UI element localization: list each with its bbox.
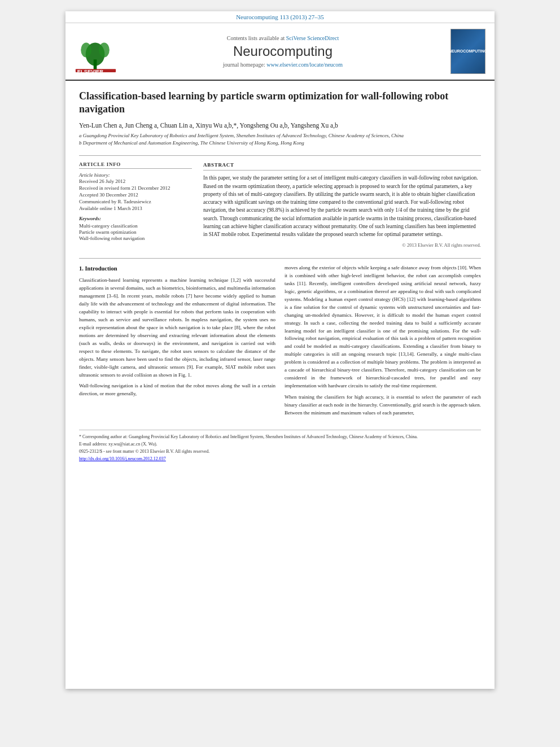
authors-line: Yen-Lun Chen a, Jun Cheng a, Chuan Lin a… <box>79 122 481 129</box>
intro-p1: Classification-based learning represents… <box>79 277 275 379</box>
available-online: Available online 1 March 2013 <box>79 206 192 211</box>
svg-point-2 <box>81 42 91 57</box>
affiliation-a: a Guangdong Provincial Key Laboratory of… <box>79 132 481 140</box>
keywords-label: Keywords: <box>79 216 192 221</box>
keyword-1: Multi-category classification <box>79 223 192 229</box>
svg-text:ELSEVIER: ELSEVIER <box>77 69 104 73</box>
history-label: Article history: <box>79 172 192 178</box>
article-info-col: Article Info Article history: Received 2… <box>79 161 192 249</box>
journal-thumbnail: NEUROCOMPUTING <box>446 29 485 74</box>
intro-p2: Wall-following navigation is a kind of m… <box>79 382 275 398</box>
footnote-doi[interactable]: http://dx.doi.org/10.1016/j.neucom.2012.… <box>79 456 481 462</box>
info-abstract-cols: Article Info Article history: Received 2… <box>79 161 481 249</box>
affiliation-b: b Department of Mechanical and Automatio… <box>79 139 481 147</box>
footnote-email: E-mail address: xy.wu@siat.ac.cn (X. Wu)… <box>79 441 481 447</box>
body-col-left: 1. Introduction Classification-based lea… <box>79 264 275 421</box>
page: Neurocomputing 113 (2013) 27–35 ELSEVIER… <box>65 11 495 689</box>
footnotes-area: * Corresponding author at: Guangdong Pro… <box>79 430 481 462</box>
article-history: Article history: Received 26 July 2012 R… <box>79 172 192 211</box>
footnote-star: * Corresponding author at: Guangdong Pro… <box>79 434 481 440</box>
keyword-3: Wall-following robot navigation <box>79 235 192 241</box>
article-body: Classification-based learning by particl… <box>65 81 495 473</box>
article-title: Classification-based learning by particl… <box>79 90 481 116</box>
body-columns: 1. Introduction Classification-based lea… <box>79 264 481 421</box>
journal-citation-bar: Neurocomputing 113 (2013) 27–35 <box>65 11 495 23</box>
communicated-by: Communicated by R. Tadeusiewicz <box>79 199 192 204</box>
keyword-2: Particle swarm optimization <box>79 229 192 235</box>
contents-available-line: Contents lists available at SciVerse Sci… <box>120 35 446 41</box>
abstract-col: Abstract In this paper, we study the par… <box>203 161 481 249</box>
homepage-line: journal homepage: www.elsevier.com/locat… <box>120 62 446 68</box>
body-col-right: moves along the exterior of objects whil… <box>285 264 481 421</box>
affiliations: a Guangdong Provincial Key Laboratory of… <box>79 132 481 147</box>
intro-right-p2: When training the classifiers for high a… <box>285 394 481 417</box>
revised-date: Received in revised form 21 December 201… <box>79 185 192 191</box>
received-date: Received 26 July 2012 <box>79 178 192 184</box>
intro-section-title: 1. Introduction <box>79 264 275 273</box>
body-divider <box>79 258 481 259</box>
accepted-date: Accepted 30 December 2012 <box>79 192 192 198</box>
keywords-section: Keywords: Multi-category classification … <box>79 216 192 241</box>
article-info-heading: Article Info <box>79 161 192 169</box>
footnote-issn: 0925-2312/$ - see front matter © 2013 El… <box>79 448 481 455</box>
intro-right-p1: moves along the exterior of objects whil… <box>285 264 481 390</box>
abstract-heading: Abstract <box>203 161 481 171</box>
journal-citation: Neurocomputing 113 (2013) 27–35 <box>236 14 324 20</box>
copyright-line: © 2013 Elsevier B.V. All rights reserved… <box>203 242 481 249</box>
journal-title: Neurocomputing <box>120 43 446 59</box>
abstract-text: In this paper, we study the parameter se… <box>203 174 481 238</box>
sciverse-link[interactable]: SciVerse ScienceDirect <box>286 35 339 41</box>
journal-cover-image: NEUROCOMPUTING <box>450 29 485 74</box>
journal-header-center: Contents lists available at SciVerse Sci… <box>120 35 446 68</box>
elsevier-logo: ELSEVIER <box>75 28 120 75</box>
header-divider <box>79 155 481 156</box>
journal-homepage-link[interactable]: www.elsevier.com/locate/neucom <box>266 62 343 68</box>
journal-header: ELSEVIER Contents lists available at Sci… <box>65 23 495 81</box>
svg-point-3 <box>99 42 110 57</box>
